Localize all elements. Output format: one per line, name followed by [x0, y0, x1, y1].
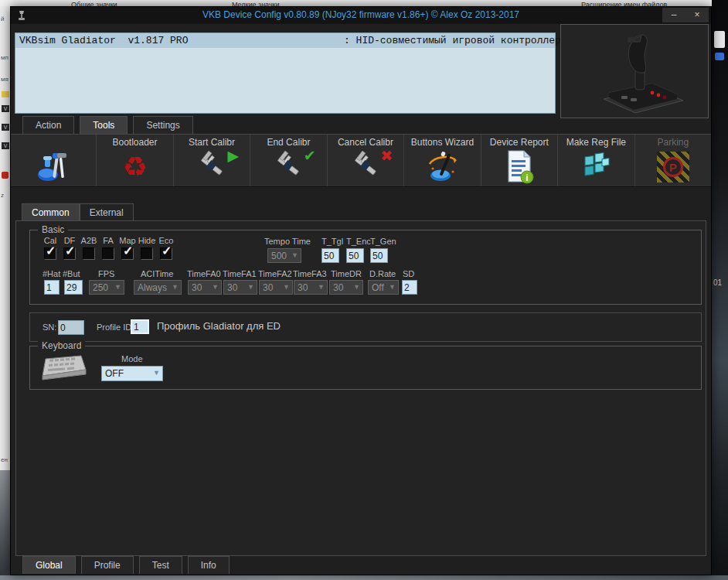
cancel-calibr-button[interactable]: Cancel Calibr ✖ — [328, 135, 404, 186]
timefa3-select: 30 ▼ — [294, 280, 328, 295]
chevron-down-icon: ▼ — [291, 251, 298, 259]
tab-action[interactable]: Action — [22, 116, 74, 135]
checkbox-label-hide: Hide — [138, 236, 156, 245]
desktop-icon — [715, 53, 724, 60]
caliper-cross-icon — [349, 150, 383, 184]
sd-input[interactable] — [402, 280, 417, 295]
folder-icon — [2, 91, 9, 97]
keyboard-group-label: Keyboard — [38, 340, 85, 351]
sn-label: SN: — [43, 322, 56, 332]
basic-group-label: Basic — [38, 224, 68, 235]
profile-name-text: Профиль Gladiator для ED — [157, 320, 281, 332]
tab-global[interactable]: Global — [22, 556, 76, 574]
t-enc-label: T_Enc — [346, 237, 371, 246]
but-input[interactable] — [64, 280, 83, 295]
titlebar[interactable]: VKB Device Config v0.80.89 (NJoy32 firmw… — [11, 7, 711, 24]
tempo-time-select: 500 ▼ — [267, 248, 301, 263]
hat-input[interactable] — [44, 280, 60, 295]
timefa0-label: TimeFA0 — [187, 269, 221, 278]
timefa0-select: 30 ▼ — [188, 280, 222, 295]
joystick-preview-panel — [560, 24, 709, 118]
checkbox-eco[interactable]: ✓ — [160, 247, 172, 260]
tab-test[interactable]: Test — [139, 556, 182, 574]
chevron-down-icon: ▼ — [153, 369, 160, 377]
checkbox-hide[interactable]: ✓ — [141, 247, 153, 260]
buttons-wizard-button[interactable]: Buttons Wizard — [404, 135, 481, 186]
list-fragment: мп — [1, 54, 9, 61]
check-overlay-icon: ✔ — [304, 147, 316, 164]
profile-id-label: Profile ID: — [97, 322, 134, 332]
profile-id-input[interactable] — [131, 319, 149, 334]
close-button[interactable]: × — [685, 8, 709, 22]
play-overlay-icon: ▶ — [228, 147, 240, 164]
checkbox-map[interactable]: ✓ — [121, 247, 134, 260]
device-type: : HID-совместимый игровой контроллер — [344, 33, 561, 48]
acitime-value: Always — [138, 282, 167, 293]
list-fragment: й — [1, 15, 4, 22]
file-thumb: V — [2, 105, 9, 112]
bootloader-button[interactable]: Bootloader ♻ — [97, 135, 173, 186]
chevron-down-icon: ▼ — [318, 283, 325, 291]
timefa3-value: 30 — [298, 282, 308, 293]
checkbox-fa[interactable]: ✓ — [102, 247, 114, 260]
t-tgl-label: T_Tgl — [321, 237, 343, 246]
checkbox-a2b[interactable]: ✓ — [83, 247, 95, 260]
check-icon: ✓ — [46, 244, 56, 258]
checkbox-cal[interactable]: ✓ — [44, 247, 56, 260]
chevron-down-icon: ▼ — [389, 283, 396, 291]
tempo-time-label: Tempo Time — [264, 237, 311, 246]
panel-tab-bar: Common External — [22, 203, 134, 221]
file-thumb: V — [2, 124, 9, 131]
device-report-button[interactable]: Device Report i — [481, 135, 558, 186]
device-info-row: VKBsim Gladiator v1.817 PRO : HID-совмес… — [15, 33, 555, 48]
basic-group: Basic Cal ✓ DF ✓ A2B ✓ FA ✓ — [29, 230, 702, 305]
list-fragment: мя — [1, 76, 9, 83]
timefa1-value: 30 — [227, 282, 237, 293]
tools-icon — [36, 150, 71, 184]
mode-value: OFF — [105, 368, 124, 379]
start-calibr-button[interactable]: Start Calibr ▶ — [174, 135, 250, 186]
chevron-down-icon: ▼ — [283, 283, 290, 291]
tab-profile[interactable]: Profile — [81, 556, 134, 574]
minimize-button[interactable]: – — [662, 8, 685, 22]
parking-icon: P — [657, 152, 689, 183]
t-gen-input[interactable] — [370, 248, 388, 263]
fps-select: 250 ▼ — [89, 280, 124, 295]
tab-tools[interactable]: Tools — [80, 116, 128, 135]
make-reg-file-button[interactable]: Make Reg File — [558, 135, 634, 186]
mode-select[interactable]: OFF ▼ — [101, 366, 163, 381]
desktop-background-bottom — [0, 575, 728, 580]
tempo-time-value: 500 — [271, 251, 287, 261]
tab-external[interactable]: External — [80, 203, 134, 221]
ribbon-fragment: Расширение имен файлов — [581, 1, 667, 6]
sn-input[interactable] — [58, 320, 84, 335]
t-enc-input[interactable] — [346, 248, 364, 263]
vkb-config-window: VKB Device Config v0.80.89 (NJoy32 firmw… — [10, 6, 712, 575]
chevron-down-icon: ▼ — [212, 283, 219, 291]
fps-value: 250 — [93, 282, 108, 293]
timefa0-value: 30 — [192, 282, 202, 293]
caliper-play-icon — [195, 150, 229, 184]
checkbox-df[interactable]: ✓ — [63, 247, 76, 260]
timefa2-label: TimeFA2 — [258, 269, 292, 278]
screen: Общие значки Мелкие значки Расширение им… — [0, 0, 728, 580]
tools-button[interactable] — [11, 135, 97, 186]
tab-common[interactable]: Common — [22, 203, 80, 221]
end-calibr-button[interactable]: End Calibr ✔ — [250, 135, 327, 186]
tab-info[interactable]: Info — [188, 556, 230, 574]
checkbox-label-a2b: A2B — [80, 236, 98, 245]
but-label: #But — [63, 269, 80, 278]
timedr-select: 30 ▼ — [329, 280, 363, 295]
device-name: VKBsim Gladiator v1.817 PRO — [19, 33, 188, 48]
tab-settings[interactable]: Settings — [133, 116, 192, 135]
file-badge-icon — [2, 172, 9, 179]
background-explorer-list: й мп мя V V V z ен — [0, 6, 10, 470]
joystick-photo — [561, 25, 708, 118]
check-icon: ✓ — [65, 244, 75, 258]
checkbox-label-fa: FA — [99, 236, 117, 245]
tool-label: Device Report — [481, 137, 557, 148]
timefa2-value: 30 — [263, 282, 273, 293]
t-tgl-input[interactable] — [321, 248, 339, 263]
chevron-down-icon: ▼ — [353, 283, 360, 291]
tool-label: Bootloader — [97, 137, 172, 148]
